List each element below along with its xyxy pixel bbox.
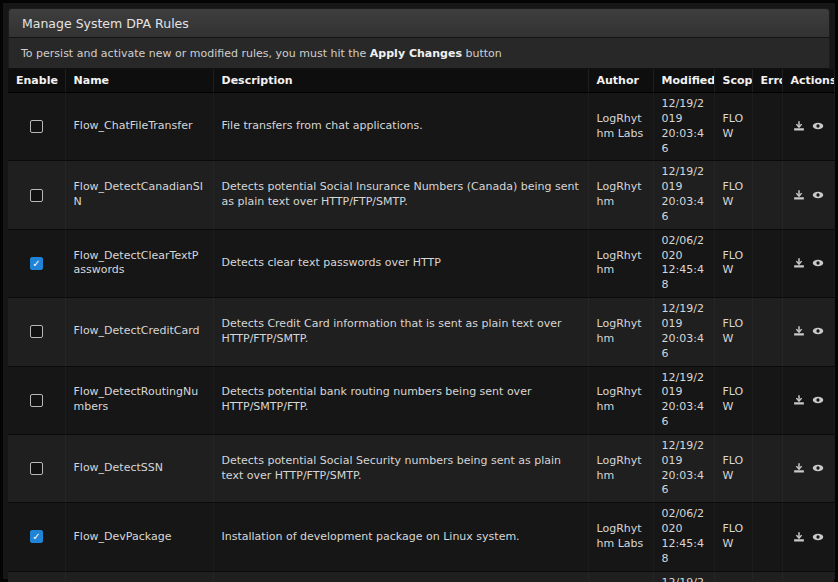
table-row: Flow_DetectRoutingNumbers Detects potent… xyxy=(8,366,834,434)
column-header-modified[interactable]: Modified xyxy=(653,69,714,93)
rule-name: Flow_IDN xyxy=(65,571,213,582)
table-row: Flow_ChatFileTransfer File transfers fro… xyxy=(8,93,834,161)
rule-author: LogRhythm xyxy=(588,298,653,366)
download-icon[interactable] xyxy=(793,462,805,474)
column-header-author[interactable]: Author xyxy=(588,69,653,93)
rule-description: HTTP or DNS traffic to International Dom… xyxy=(213,571,588,582)
rule-name: Flow_DetectCanadianSIN xyxy=(65,161,213,229)
table-row: Flow_DetectClearTextPasswords Detects cl… xyxy=(8,229,834,297)
eye-icon[interactable] xyxy=(812,462,824,474)
rule-scope: FLOW xyxy=(714,298,752,366)
enable-checkbox[interactable] xyxy=(30,120,43,133)
rule-name: Flow_DetectRoutingNumbers xyxy=(65,366,213,434)
rule-scope: FLOW xyxy=(714,503,752,571)
download-icon[interactable] xyxy=(793,325,805,337)
rule-description: Detects potential bank routing numbers b… xyxy=(213,366,588,434)
table-row: Flow_DetectCanadianSIN Detects potential… xyxy=(8,161,834,229)
rule-modified: 12/19/2019 20:03:46 xyxy=(653,93,714,161)
page-title: Manage System DPA Rules xyxy=(22,16,189,31)
rule-description: Detects Credit Card information that is … xyxy=(213,298,588,366)
rule-modified: 02/06/2020 12:45:48 xyxy=(653,503,714,571)
column-header-enable[interactable]: Enable xyxy=(8,69,65,93)
column-header-actions[interactable]: Actions xyxy=(782,69,834,93)
rule-author: LogRhythm xyxy=(588,434,653,502)
rule-name: Flow_DetectClearTextPasswords xyxy=(65,229,213,297)
rule-modified: 02/06/2020 12:45:48 xyxy=(653,229,714,297)
column-header-description[interactable]: Description xyxy=(213,69,588,93)
download-icon[interactable] xyxy=(793,189,805,201)
download-icon[interactable] xyxy=(793,120,805,132)
eye-icon[interactable] xyxy=(812,531,824,543)
table-row: Flow_IDN HTTP or DNS traffic to Internat… xyxy=(8,571,834,582)
rule-error xyxy=(752,434,782,502)
eye-icon[interactable] xyxy=(812,189,824,201)
apply-changes-emphasis: Apply Changes xyxy=(370,47,462,60)
enable-checkbox[interactable] xyxy=(30,325,43,338)
rule-scope: FLOW xyxy=(714,161,752,229)
rule-error xyxy=(752,571,782,582)
rules-table-body: Flow_ChatFileTransfer File transfers fro… xyxy=(8,93,834,582)
rule-error xyxy=(752,503,782,571)
rule-scope: FLOW xyxy=(714,434,752,502)
rules-table-header: Enable Name Description Author Modified … xyxy=(8,69,834,93)
apply-changes-notice: To persist and activate new or modified … xyxy=(8,38,830,69)
panel-header: Manage System DPA Rules xyxy=(8,8,830,38)
download-icon[interactable] xyxy=(793,257,805,269)
rule-modified: 12/19/2019 20:03:46 xyxy=(653,366,714,434)
download-icon[interactable] xyxy=(793,394,805,406)
rule-author: LogRhythm Labs xyxy=(588,571,653,582)
rule-scope: FLOW xyxy=(714,571,752,582)
rule-name: Flow_DetectCreditCard xyxy=(65,298,213,366)
eye-icon[interactable] xyxy=(812,120,824,132)
rule-error xyxy=(752,161,782,229)
rule-name: Flow_DevPackage xyxy=(65,503,213,571)
enable-checkbox[interactable] xyxy=(30,530,43,543)
enable-checkbox[interactable] xyxy=(30,394,43,407)
enable-checkbox[interactable] xyxy=(30,462,43,475)
rule-description: File transfers from chat applications. xyxy=(213,93,588,161)
rule-author: LogRhythm xyxy=(588,366,653,434)
rule-scope: FLOW xyxy=(714,366,752,434)
rule-scope: FLOW xyxy=(714,229,752,297)
notice-text: To persist and activate new or modified … xyxy=(21,47,502,60)
rule-name: Flow_ChatFileTransfer xyxy=(65,93,213,161)
rule-error xyxy=(752,93,782,161)
eye-icon[interactable] xyxy=(812,257,824,269)
rules-table: Enable Name Description Author Modified … xyxy=(8,69,835,582)
app-background: Manage System DPA Rules To persist and a… xyxy=(0,0,838,582)
rule-modified: 12/19/2019 20:03:46 xyxy=(653,434,714,502)
eye-icon[interactable] xyxy=(812,394,824,406)
rule-error xyxy=(752,298,782,366)
rule-description: Installation of development package on L… xyxy=(213,503,588,571)
rule-error xyxy=(752,229,782,297)
enable-checkbox[interactable] xyxy=(30,257,43,270)
column-header-name[interactable]: Name xyxy=(65,69,213,93)
download-icon[interactable] xyxy=(793,531,805,543)
table-row: Flow_DevPackage Installation of developm… xyxy=(8,503,834,571)
rule-error xyxy=(752,366,782,434)
rule-author: LogRhythm Labs xyxy=(588,93,653,161)
rule-modified: 12/19/2019 20:03:46 xyxy=(653,161,714,229)
table-row: Flow_DetectCreditCard Detects Credit Car… xyxy=(8,298,834,366)
enable-checkbox[interactable] xyxy=(30,189,43,202)
rule-modified: 12/19/2019 20:03:46 xyxy=(653,571,714,582)
rule-author: LogRhythm xyxy=(588,229,653,297)
rule-author: LogRhythm Labs xyxy=(588,503,653,571)
rule-modified: 12/19/2019 20:03:46 xyxy=(653,298,714,366)
rule-description: Detects potential Social Insurance Numbe… xyxy=(213,161,588,229)
table-row: Flow_DetectSSN Detects potential Social … xyxy=(8,434,834,502)
rule-scope: FLOW xyxy=(714,93,752,161)
dpa-rules-panel: Manage System DPA Rules To persist and a… xyxy=(8,8,830,582)
rule-description: Detects clear text passwords over HTTP xyxy=(213,229,588,297)
eye-icon[interactable] xyxy=(812,325,824,337)
rule-description: Detects potential Social Security number… xyxy=(213,434,588,502)
column-header-scope[interactable]: Scope xyxy=(714,69,752,93)
column-header-error[interactable]: Error xyxy=(752,69,782,93)
rule-author: LogRhythm xyxy=(588,161,653,229)
rule-name: Flow_DetectSSN xyxy=(65,434,213,502)
